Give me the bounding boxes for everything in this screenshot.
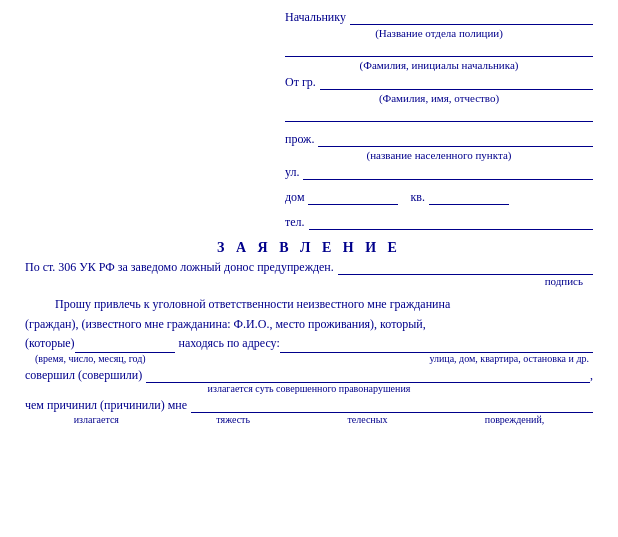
body-line1: Прошу привлечь к уголовной ответственнос…	[55, 297, 450, 311]
prozhiv-label: прож.	[285, 132, 314, 147]
hint-time: (время, число, месяц, год)	[35, 353, 146, 364]
sovershil-label: совершил (совершили)	[25, 368, 142, 383]
from-label: От гр.	[285, 75, 316, 90]
chief-hint: (Фамилия, инициалы начальника)	[285, 59, 593, 71]
extra-line1	[285, 108, 593, 122]
chief-name-line	[285, 43, 593, 57]
body-line3b: находясь по адресу:	[179, 334, 280, 353]
from-underline	[320, 76, 593, 90]
prozhiv-underline	[318, 133, 593, 147]
kv-label: кв.	[410, 190, 425, 205]
body-line2: (граждан), (известного мне гражданина: Ф…	[25, 317, 426, 331]
body-time-underline	[75, 339, 175, 353]
sovershil-underline	[146, 369, 590, 383]
bottom-hint-4: повреждений,	[485, 414, 545, 425]
city-hint: (название населенного пункта)	[285, 149, 593, 161]
body-line3: (которые)	[25, 334, 75, 353]
bottom-hint-2: тяжесть	[216, 414, 250, 425]
comma: ,	[590, 368, 593, 383]
dom-underline	[308, 191, 398, 205]
ul-underline	[303, 166, 593, 180]
tel-underline	[309, 216, 593, 230]
podpis-label: подпись	[25, 275, 583, 287]
hint-address: улица, дом, квартира, остановка и др.	[429, 353, 589, 364]
body-address-underline	[280, 339, 593, 353]
tel-label: тел.	[285, 215, 305, 230]
chem-underline	[191, 399, 593, 413]
ul-label: ул.	[285, 165, 299, 180]
name-hint: (Фамилия, имя, отчество)	[285, 92, 593, 104]
bottom-hint-1: излагается	[74, 414, 119, 425]
nachalnik-label: Начальнику	[285, 10, 346, 25]
title: З А Я В Л Е Н И Е	[15, 240, 603, 256]
nachalnik-underline	[350, 11, 593, 25]
hint-sovershil: излагается суть совершенного правонаруше…	[25, 383, 593, 394]
bottom-hint-3: телесных	[347, 414, 387, 425]
warning-text: По ст. 306 УК РФ за заведомо ложный доно…	[25, 260, 334, 275]
police-hint: (Название отдела полиции)	[285, 27, 593, 39]
dom-label: дом	[285, 190, 304, 205]
warning-underline	[338, 261, 593, 275]
chem-label: чем причинил (причинили) мне	[25, 398, 187, 413]
kv-underline	[429, 191, 509, 205]
